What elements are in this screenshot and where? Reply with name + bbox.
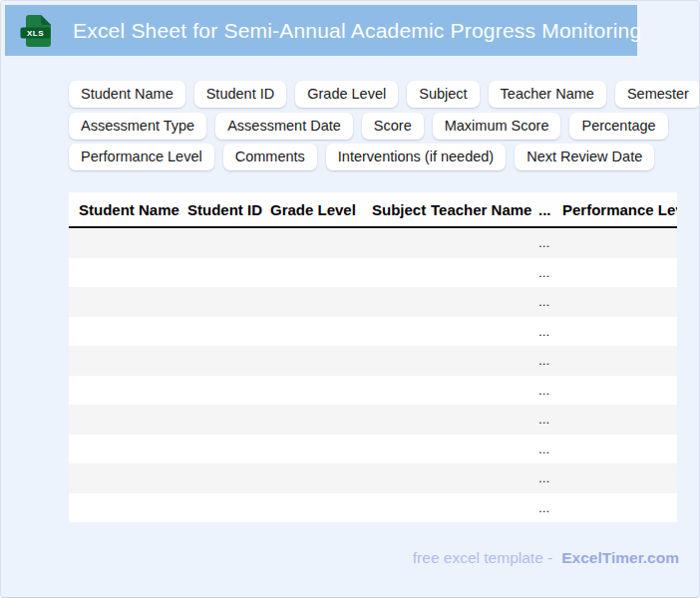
footer-brand-link[interactable]: ExcelTimer.com bbox=[561, 549, 679, 566]
column-chip[interactable]: Semester bbox=[615, 81, 700, 108]
table-column-header: Performance Level bbox=[562, 201, 677, 218]
table-row: ... bbox=[69, 405, 677, 435]
table-row: ... bbox=[69, 493, 677, 523]
column-chip[interactable]: Student Name bbox=[69, 81, 185, 108]
column-chip[interactable]: Comments bbox=[223, 144, 317, 170]
table-column-header: Student Name bbox=[79, 201, 187, 218]
header-bar: XLS Excel Sheet for Semi-Annual Academic… bbox=[5, 5, 637, 56]
table-header-row: Student NameStudent IDGrade LevelSubject… bbox=[69, 192, 677, 228]
table-row: ... bbox=[69, 317, 677, 347]
column-chip[interactable]: Assessment Type bbox=[69, 113, 206, 140]
table-row: ... bbox=[69, 435, 677, 464]
table-cell: ... bbox=[538, 235, 562, 250]
table-row: ... bbox=[69, 346, 677, 376]
footer-text: free excel template - bbox=[413, 549, 552, 566]
column-chip[interactable]: Teacher Name bbox=[489, 81, 606, 108]
table-column-header: Subject bbox=[372, 201, 431, 218]
column-chip[interactable]: Subject bbox=[407, 81, 479, 108]
table-row: ... bbox=[69, 287, 677, 317]
column-chip[interactable]: Assessment Date bbox=[215, 113, 353, 140]
table-cell: ... bbox=[538, 383, 562, 398]
table-cell: ... bbox=[538, 324, 562, 339]
table-column-header: ... bbox=[538, 201, 562, 218]
column-chips: Student NameStudent IDGrade LevelSubject… bbox=[69, 81, 679, 175]
table-column-header: Grade Level bbox=[270, 201, 372, 218]
table-cell: ... bbox=[538, 470, 562, 485]
chip-row: Performance LevelCommentsInterventions (… bbox=[69, 144, 679, 170]
table-row: ... bbox=[69, 376, 677, 406]
column-chip[interactable]: Interventions (if needed) bbox=[326, 144, 506, 170]
table-column-header: Student ID bbox=[187, 201, 270, 218]
table-cell: ... bbox=[538, 294, 562, 309]
table-column-header: Teacher Name bbox=[431, 201, 538, 218]
spreadsheet-preview-table: Student NameStudent IDGrade LevelSubject… bbox=[69, 192, 677, 522]
table-cell: ... bbox=[538, 265, 562, 280]
footer: free excel template -ExcelTimer.com bbox=[69, 549, 679, 567]
table-cell: ... bbox=[538, 353, 562, 368]
chip-row: Assessment TypeAssessment DateScoreMaxim… bbox=[69, 113, 679, 140]
chip-row: Student NameStudent IDGrade LevelSubject… bbox=[69, 81, 679, 108]
xls-icon-label: XLS bbox=[27, 29, 44, 38]
column-chip[interactable]: Next Review Date bbox=[515, 144, 654, 170]
column-chip[interactable]: Percentage bbox=[569, 113, 667, 140]
table-body: .............................. bbox=[69, 228, 677, 522]
xls-file-icon: XLS bbox=[20, 14, 55, 48]
page: XLS Excel Sheet for Semi-Annual Academic… bbox=[0, 0, 700, 598]
table-row: ... bbox=[69, 463, 677, 493]
page-title: Excel Sheet for Semi-Annual Academic Pro… bbox=[73, 19, 641, 43]
column-chip[interactable]: Student ID bbox=[194, 81, 287, 108]
column-chip[interactable]: Score bbox=[362, 113, 424, 140]
column-chip[interactable]: Grade Level bbox=[295, 81, 398, 108]
table-row: ... bbox=[69, 258, 677, 288]
table-row: ... bbox=[69, 228, 677, 258]
table-cell: ... bbox=[538, 500, 562, 515]
table-cell: ... bbox=[538, 412, 562, 427]
column-chip[interactable]: Performance Level bbox=[69, 144, 214, 170]
table-cell: ... bbox=[538, 442, 562, 456]
column-chip[interactable]: Maximum Score bbox=[433, 113, 561, 140]
